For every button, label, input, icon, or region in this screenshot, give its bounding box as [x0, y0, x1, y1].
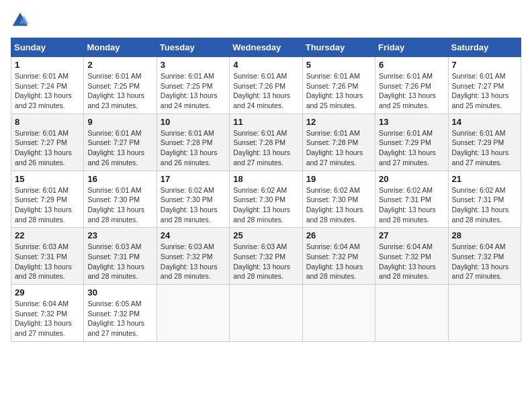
day-info: Sunrise: 6:05 AM Sunset: 7:32 PM Dayligh… [87, 299, 152, 338]
calendar-cell: 25 Sunrise: 6:03 AM Sunset: 7:32 PM Dayl… [230, 228, 302, 285]
calendar-cell: 11 Sunrise: 6:01 AM Sunset: 7:28 PM Dayl… [230, 113, 302, 171]
calendar-cell: 20 Sunrise: 6:02 AM Sunset: 7:31 PM Dayl… [375, 171, 448, 228]
calendar-cell: 10 Sunrise: 6:01 AM Sunset: 7:28 PM Dayl… [157, 113, 229, 171]
day-info: Sunrise: 6:02 AM Sunset: 7:30 PM Dayligh… [161, 185, 226, 225]
day-info: Sunrise: 6:01 AM Sunset: 7:24 PM Dayligh… [15, 71, 80, 111]
day-number: 14 [452, 117, 517, 127]
weekday-header: Sunday [11, 38, 84, 57]
calendar-cell: 30 Sunrise: 6:05 AM Sunset: 7:32 PM Dayl… [84, 285, 157, 342]
day-number: 2 [87, 60, 152, 70]
calendar-cell [230, 285, 302, 342]
calendar-cell: 29 Sunrise: 6:04 AM Sunset: 7:32 PM Dayl… [11, 285, 84, 342]
calendar-cell: 2 Sunrise: 6:01 AM Sunset: 7:25 PM Dayli… [84, 57, 157, 114]
day-info: Sunrise: 6:01 AM Sunset: 7:27 PM Dayligh… [15, 128, 80, 168]
day-info: Sunrise: 6:04 AM Sunset: 7:32 PM Dayligh… [452, 242, 517, 281]
calendar-cell: 23 Sunrise: 6:03 AM Sunset: 7:31 PM Dayl… [84, 228, 157, 285]
day-number: 8 [15, 117, 80, 127]
day-number: 11 [233, 117, 298, 127]
day-number: 4 [233, 60, 298, 70]
day-info: Sunrise: 6:01 AM Sunset: 7:29 PM Dayligh… [15, 185, 80, 225]
day-number: 22 [15, 230, 80, 240]
calendar-cell: 21 Sunrise: 6:02 AM Sunset: 7:31 PM Dayl… [448, 171, 521, 228]
day-number: 25 [233, 230, 298, 240]
day-number: 16 [87, 174, 152, 184]
calendar-cell: 6 Sunrise: 6:01 AM Sunset: 7:26 PM Dayli… [375, 57, 448, 114]
day-info: Sunrise: 6:01 AM Sunset: 7:25 PM Dayligh… [87, 71, 152, 111]
day-info: Sunrise: 6:01 AM Sunset: 7:28 PM Dayligh… [233, 128, 298, 168]
calendar-cell: 3 Sunrise: 6:01 AM Sunset: 7:25 PM Dayli… [157, 57, 229, 114]
calendar-cell: 24 Sunrise: 6:03 AM Sunset: 7:32 PM Dayl… [157, 228, 229, 285]
calendar-table: SundayMondayTuesdayWednesdayThursdayFrid… [11, 38, 521, 342]
day-number: 26 [306, 230, 371, 240]
calendar-week-row: 15 Sunrise: 6:01 AM Sunset: 7:29 PM Dayl… [11, 171, 521, 228]
logo [11, 11, 32, 30]
day-info: Sunrise: 6:03 AM Sunset: 7:31 PM Dayligh… [15, 242, 80, 281]
weekday-header: Tuesday [157, 38, 229, 57]
day-number: 1 [15, 60, 80, 70]
weekday-header: Saturday [448, 38, 521, 57]
day-number: 5 [306, 60, 371, 70]
calendar-cell [157, 285, 229, 342]
calendar-header-row: SundayMondayTuesdayWednesdayThursdayFrid… [11, 38, 521, 57]
calendar-cell: 27 Sunrise: 6:04 AM Sunset: 7:32 PM Dayl… [375, 228, 448, 285]
calendar-cell: 5 Sunrise: 6:01 AM Sunset: 7:26 PM Dayli… [302, 57, 375, 114]
day-info: Sunrise: 6:03 AM Sunset: 7:32 PM Dayligh… [161, 242, 226, 281]
calendar-cell: 28 Sunrise: 6:04 AM Sunset: 7:32 PM Dayl… [448, 228, 521, 285]
day-number: 15 [15, 174, 80, 184]
calendar-cell: 13 Sunrise: 6:01 AM Sunset: 7:29 PM Dayl… [375, 113, 448, 171]
calendar-cell [375, 285, 448, 342]
day-info: Sunrise: 6:04 AM Sunset: 7:32 PM Dayligh… [306, 242, 371, 281]
day-info: Sunrise: 6:01 AM Sunset: 7:30 PM Dayligh… [87, 185, 152, 225]
day-info: Sunrise: 6:01 AM Sunset: 7:27 PM Dayligh… [452, 71, 517, 111]
day-number: 23 [87, 230, 152, 240]
day-number: 19 [306, 174, 371, 184]
day-info: Sunrise: 6:02 AM Sunset: 7:30 PM Dayligh… [306, 185, 371, 225]
day-number: 27 [379, 230, 444, 240]
calendar-cell: 14 Sunrise: 6:01 AM Sunset: 7:29 PM Dayl… [448, 113, 521, 171]
day-info: Sunrise: 6:01 AM Sunset: 7:29 PM Dayligh… [379, 128, 444, 168]
calendar-cell: 4 Sunrise: 6:01 AM Sunset: 7:26 PM Dayli… [230, 57, 302, 114]
day-info: Sunrise: 6:01 AM Sunset: 7:27 PM Dayligh… [87, 128, 152, 168]
calendar-week-row: 1 Sunrise: 6:01 AM Sunset: 7:24 PM Dayli… [11, 57, 521, 114]
day-number: 21 [452, 174, 517, 184]
day-info: Sunrise: 6:02 AM Sunset: 7:30 PM Dayligh… [233, 185, 298, 225]
calendar-cell: 7 Sunrise: 6:01 AM Sunset: 7:27 PM Dayli… [448, 57, 521, 114]
calendar-cell: 22 Sunrise: 6:03 AM Sunset: 7:31 PM Dayl… [11, 228, 84, 285]
calendar-cell: 17 Sunrise: 6:02 AM Sunset: 7:30 PM Dayl… [157, 171, 229, 228]
day-info: Sunrise: 6:01 AM Sunset: 7:25 PM Dayligh… [161, 71, 226, 111]
calendar-cell: 12 Sunrise: 6:01 AM Sunset: 7:28 PM Dayl… [302, 113, 375, 171]
calendar-cell: 18 Sunrise: 6:02 AM Sunset: 7:30 PM Dayl… [230, 171, 302, 228]
day-number: 17 [161, 174, 226, 184]
day-info: Sunrise: 6:02 AM Sunset: 7:31 PM Dayligh… [379, 185, 444, 225]
day-info: Sunrise: 6:01 AM Sunset: 7:28 PM Dayligh… [161, 128, 226, 168]
calendar-cell: 15 Sunrise: 6:01 AM Sunset: 7:29 PM Dayl… [11, 171, 84, 228]
day-number: 24 [161, 230, 226, 240]
calendar-week-row: 29 Sunrise: 6:04 AM Sunset: 7:32 PM Dayl… [11, 285, 521, 342]
calendar-cell: 8 Sunrise: 6:01 AM Sunset: 7:27 PM Dayli… [11, 113, 84, 171]
day-number: 6 [379, 60, 444, 70]
day-number: 7 [452, 60, 517, 70]
weekday-header: Monday [84, 38, 157, 57]
day-number: 9 [87, 117, 152, 127]
day-info: Sunrise: 6:04 AM Sunset: 7:32 PM Dayligh… [379, 242, 444, 281]
day-number: 29 [15, 287, 80, 298]
calendar-cell: 26 Sunrise: 6:04 AM Sunset: 7:32 PM Dayl… [302, 228, 375, 285]
page-header [11, 11, 521, 30]
day-info: Sunrise: 6:01 AM Sunset: 7:29 PM Dayligh… [452, 128, 517, 168]
calendar-cell [448, 285, 521, 342]
day-info: Sunrise: 6:03 AM Sunset: 7:31 PM Dayligh… [87, 242, 152, 281]
day-info: Sunrise: 6:01 AM Sunset: 7:28 PM Dayligh… [306, 128, 371, 168]
calendar-cell: 19 Sunrise: 6:02 AM Sunset: 7:30 PM Dayl… [302, 171, 375, 228]
day-info: Sunrise: 6:01 AM Sunset: 7:26 PM Dayligh… [379, 71, 444, 111]
day-info: Sunrise: 6:04 AM Sunset: 7:32 PM Dayligh… [15, 299, 80, 338]
day-number: 3 [161, 60, 226, 70]
calendar-cell: 1 Sunrise: 6:01 AM Sunset: 7:24 PM Dayli… [11, 57, 84, 114]
calendar-cell: 16 Sunrise: 6:01 AM Sunset: 7:30 PM Dayl… [84, 171, 157, 228]
calendar-cell [302, 285, 375, 342]
weekday-header: Thursday [302, 38, 375, 57]
day-info: Sunrise: 6:03 AM Sunset: 7:32 PM Dayligh… [233, 242, 298, 281]
day-number: 13 [379, 117, 444, 127]
day-number: 30 [87, 287, 152, 298]
weekday-header: Friday [375, 38, 448, 57]
day-number: 28 [452, 230, 517, 240]
